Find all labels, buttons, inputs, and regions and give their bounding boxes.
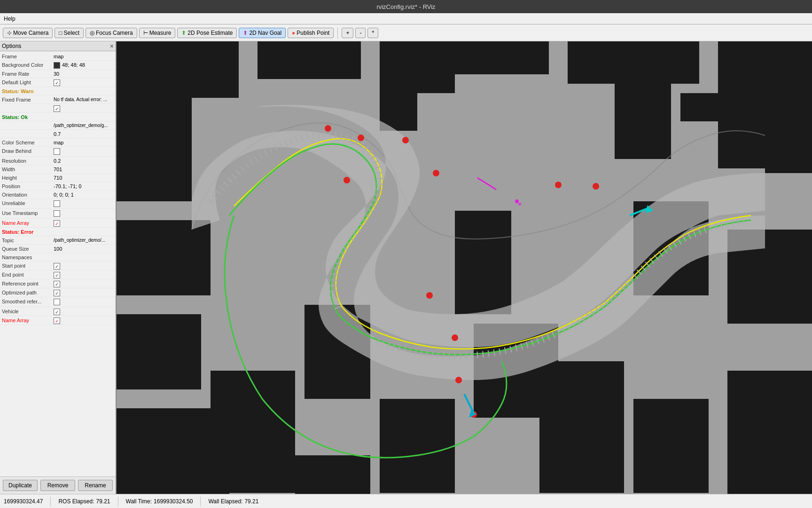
- svg-rect-2: [258, 41, 361, 79]
- prop-name-array-2-value: [54, 317, 114, 324]
- prop-name-array-1-value: [54, 219, 114, 227]
- prop-frame-label: Frame: [2, 53, 54, 59]
- prop-frame-value: map: [54, 53, 114, 59]
- prop-color-scheme: Color Scheme map: [0, 138, 116, 147]
- move-camera-tool[interactable]: ⊹ Move Camera: [3, 28, 53, 38]
- prop-unreliable: Unreliable: [0, 199, 116, 209]
- status-bar: 1699930324.47 ROS Elapsed: 79.21 Wall Ti…: [0, 494, 812, 508]
- status-time: 1699930324.47: [4, 498, 43, 505]
- prop-name-array-1-label: Name Array: [2, 219, 54, 226]
- prop-frame: Frame map: [0, 52, 116, 61]
- svg-point-29: [325, 125, 331, 132]
- duplicate-button[interactable]: Duplicate: [3, 480, 38, 491]
- default-light-checkbox[interactable]: [54, 79, 60, 86]
- prop-height-value: 710: [54, 174, 114, 181]
- name-array-2-checkbox[interactable]: [54, 318, 60, 324]
- prop-bg-color: Background Color 48; 48; 48: [0, 61, 116, 70]
- svg-rect-1: [117, 41, 239, 98]
- prop-default-light-value: [54, 79, 114, 86]
- prop-use-timestamp-value: [54, 209, 114, 218]
- draw-behind-checkbox[interactable]: [54, 148, 60, 155]
- reference-point-checkbox[interactable]: [54, 281, 60, 287]
- svg-point-36: [426, 292, 433, 299]
- toolbar-extra[interactable]: *: [367, 28, 378, 38]
- prop-reference-point-label: Reference point: [2, 280, 54, 286]
- prop-smoothed-refer-value: [54, 298, 114, 306]
- prop-path-1: /path_optimizer_demo/g...: [0, 121, 116, 130]
- prop-orientation-label: Orientation: [2, 191, 54, 198]
- status-sep-3: [200, 497, 201, 506]
- ruler-icon: ⊢: [143, 30, 148, 36]
- svg-point-38: [455, 377, 462, 383]
- prop-reference-point-value: [54, 280, 114, 287]
- svg-point-37: [452, 334, 458, 341]
- prop-val-07: 0.7: [0, 130, 116, 138]
- map-viewport[interactable]: [117, 41, 812, 494]
- prop-smoothed-refer: Smoothed refer...: [0, 297, 116, 307]
- prop-resolution-label: Resolution: [2, 157, 54, 164]
- svg-rect-20: [633, 399, 709, 493]
- prop-resolution-value: 0.2: [54, 157, 114, 164]
- toolbar-separator: [337, 27, 338, 39]
- select-tool[interactable]: □ Select: [55, 28, 84, 38]
- prop-unreliable-label: Unreliable: [2, 199, 54, 206]
- bg-color-swatch[interactable]: [54, 62, 60, 69]
- measure-tool[interactable]: ⊢ Measure: [139, 28, 176, 38]
- prop-status-ok: Status: Ok: [0, 113, 116, 121]
- svg-rect-17: [380, 399, 455, 493]
- prop-reference-point: Reference point: [0, 279, 116, 288]
- prop-optimized-path: Optimized path: [0, 288, 116, 297]
- checkbox-1[interactable]: [54, 105, 60, 112]
- toolbar-add[interactable]: +: [342, 28, 353, 38]
- 2d-pose-estimate-tool[interactable]: ⬆ 2D Pose Estimate: [177, 28, 237, 38]
- prop-width-value: 701: [54, 166, 114, 172]
- prop-optimized-path-value: [54, 289, 114, 296]
- prop-checkbox-1: [0, 104, 116, 113]
- prop-bg-color-value: 48; 48; 48: [54, 61, 114, 69]
- prop-end-point-label: End point: [2, 271, 54, 278]
- prop-color-scheme-value: map: [54, 139, 114, 145]
- prop-frame-rate: Frame Rate 30: [0, 70, 116, 78]
- rename-button[interactable]: Rename: [78, 480, 113, 491]
- svg-point-31: [344, 177, 350, 183]
- vehicle-checkbox[interactable]: [54, 309, 60, 315]
- status-wall-time: Wall Time: 1699930324.50: [126, 498, 193, 505]
- left-panel: Options × Frame map Background Color 48;…: [0, 41, 117, 494]
- prop-topic-value: /path_optimizer_demo/...: [54, 237, 114, 243]
- svg-rect-10: [765, 41, 812, 173]
- svg-rect-22: [117, 465, 229, 494]
- start-point-checkbox[interactable]: [54, 263, 60, 270]
- prop-draw-behind-label: Draw Behind: [2, 147, 54, 154]
- unreliable-checkbox[interactable]: [54, 200, 60, 207]
- menu-help[interactable]: Help: [4, 16, 16, 22]
- map-svg: [117, 41, 812, 494]
- prop-resolution: Resolution 0.2: [0, 157, 116, 165]
- prop-vehicle: Vehicle: [0, 307, 116, 316]
- prop-status-warn: Status: Warn: [0, 87, 116, 95]
- menu-bar: Help: [0, 13, 812, 24]
- prop-name-array-2: Name Array: [0, 316, 116, 325]
- optimized-path-checkbox[interactable]: [54, 290, 60, 296]
- panel-close-button[interactable]: ×: [110, 42, 114, 50]
- prop-status-ok-value: [54, 113, 114, 114]
- svg-rect-19: [539, 361, 624, 493]
- 2d-nav-goal-tool[interactable]: ⬆ 2D Nav Goal: [239, 28, 286, 38]
- svg-point-33: [433, 170, 439, 176]
- publish-point-tool[interactable]: ● Publish Point: [288, 28, 334, 38]
- focus-icon: ◎: [90, 30, 94, 36]
- prop-topic: Topic /path_optimizer_demo/...: [0, 236, 116, 245]
- toolbar-remove[interactable]: -: [355, 28, 366, 38]
- focus-camera-tool[interactable]: ◎ Focus Camera: [86, 28, 137, 38]
- prop-vehicle-value: [54, 308, 114, 315]
- use-timestamp-checkbox[interactable]: [54, 210, 60, 217]
- svg-rect-24: [455, 211, 511, 314]
- name-array-1-checkbox[interactable]: [54, 220, 60, 227]
- remove-button[interactable]: Remove: [40, 480, 75, 491]
- prop-namespaces-value: [54, 254, 114, 254]
- prop-position-value: -70.1; -71; 0: [54, 183, 114, 189]
- prop-start-point-label: Start point: [2, 262, 54, 269]
- smoothed-refer-checkbox[interactable]: [54, 299, 60, 305]
- end-point-checkbox[interactable]: [54, 272, 60, 278]
- prop-use-timestamp: Use Timestamp: [0, 209, 116, 219]
- prop-optimized-path-label: Optimized path: [2, 289, 54, 295]
